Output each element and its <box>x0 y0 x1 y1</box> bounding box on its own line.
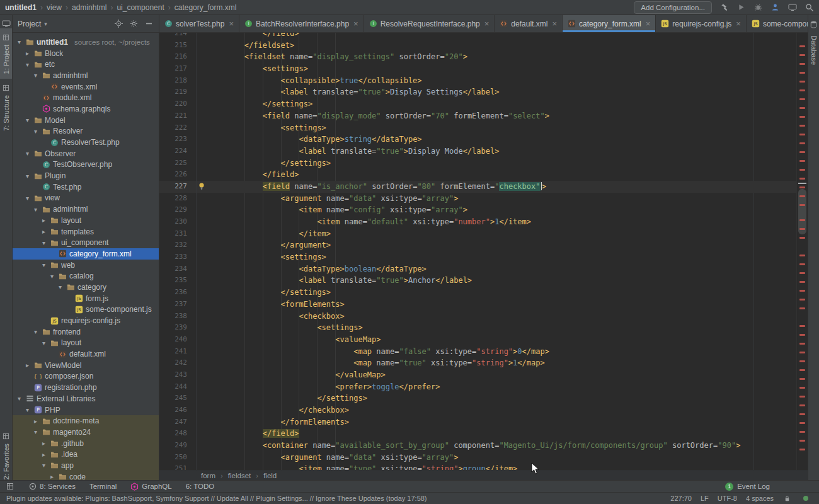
graphql-button[interactable]: GraphQL <box>130 483 171 491</box>
tree-row[interactable]: module.xml <box>13 92 159 103</box>
inspections-indicator-icon[interactable] <box>801 494 810 503</box>
tree-row[interactable]: ▾Plugin <box>13 170 159 181</box>
tool-window-button[interactable]: 7: Structure <box>0 79 12 136</box>
tree-row[interactable]: ▸doctrine-meta <box>13 415 159 427</box>
todo-button[interactable]: 6: TODO <box>186 483 215 490</box>
code-line[interactable]: <settings> <box>197 63 796 75</box>
tab-close-icon[interactable]: × <box>229 20 234 28</box>
title-path-item[interactable]: adminhtml <box>72 3 106 12</box>
statusbar-encoding[interactable]: UTF-8 <box>718 495 737 502</box>
editor-tab[interactable]: IBatchResolverInterface.php× <box>239 15 364 32</box>
tree-row[interactable]: ▾Resolver <box>13 126 159 137</box>
tree-expand-arrow[interactable]: ▾ <box>23 117 32 123</box>
readonly-lock-icon[interactable] <box>782 494 792 503</box>
code-line[interactable]: </valueMap> <box>197 369 796 381</box>
code-line[interactable]: <label translate="true">Display Mode</la… <box>197 146 796 158</box>
tree-row[interactable]: ▾untitled1sources root, ~/projects <box>13 37 159 48</box>
title-path-item[interactable]: ui_component <box>117 3 164 12</box>
tree-row[interactable]: schema.graphqls <box>13 103 159 115</box>
tree-row[interactable]: ▾adminhtml <box>13 203 159 215</box>
tree-expand-arrow[interactable]: ▸ <box>40 228 48 235</box>
tree-row[interactable]: ▾web <box>13 260 159 271</box>
tree-row[interactable]: ▾category <box>13 282 159 293</box>
statusbar-indent[interactable]: 4 spaces <box>746 495 774 502</box>
tree-expand-arrow[interactable]: ▾ <box>32 428 40 435</box>
tool-window-button[interactable]: Database <box>808 15 819 70</box>
tree-row[interactable]: ▾Model <box>13 115 159 126</box>
code-line[interactable]: <item name="default" xsi:type="number">1… <box>197 216 796 228</box>
tree-row[interactable]: JSform.js <box>13 293 159 304</box>
tree-row[interactable]: ▾ui_component <box>13 237 159 248</box>
code-line[interactable]: <checkbox> <box>197 311 796 323</box>
user-icon[interactable] <box>770 3 780 12</box>
tree-expand-arrow[interactable]: ▾ <box>15 395 23 402</box>
services-button[interactable]: 8: Services <box>28 483 76 491</box>
play-icon[interactable] <box>736 3 746 12</box>
bug-icon[interactable] <box>753 3 763 12</box>
editor-tab[interactable]: default.xml× <box>495 15 563 32</box>
gear-icon[interactable] <box>129 19 139 28</box>
tree-row[interactable]: ▸layout <box>13 215 159 226</box>
code-line[interactable]: <settings> <box>197 322 796 334</box>
code-line[interactable]: <item name="config" xsi:type="array"> <box>197 204 796 216</box>
tree-expand-arrow[interactable]: ▸ <box>32 418 40 425</box>
tree-row[interactable]: ▸Block <box>13 48 159 59</box>
breadcrumb-item[interactable]: form <box>201 472 215 479</box>
code-line[interactable]: <collapsible>true</collapsible> <box>197 75 796 87</box>
search-icon[interactable] <box>805 3 814 12</box>
tab-close-icon[interactable]: × <box>552 20 557 28</box>
title-path-item[interactable]: category_form.xml <box>175 3 237 12</box>
tree-row[interactable]: JSrequirejs-config.js <box>13 315 159 326</box>
tree-row[interactable]: ▾PPHP <box>13 404 159 416</box>
tree-row[interactable]: ▾Observer <box>13 148 159 159</box>
tool-window-button[interactable]: 1: Project <box>0 28 12 79</box>
chevron-down-icon[interactable]: ▾ <box>44 21 47 27</box>
tree-expand-arrow[interactable]: ▾ <box>23 150 32 157</box>
tree-expand-arrow[interactable]: ▾ <box>48 273 56 280</box>
code-line[interactable]: <valueMap> <box>197 334 796 346</box>
code-line[interactable]: <map name="true" xsi:type="string">1</ma… <box>197 357 796 369</box>
tree-row[interactable]: CResolverTest.php <box>13 137 159 148</box>
code-line[interactable]: <container name="available_sort_by_group… <box>197 440 796 452</box>
tree-expand-arrow[interactable]: ▾ <box>56 284 64 290</box>
editor-tab[interactable]: CsolverTest.php× <box>159 15 239 32</box>
tree-row[interactable]: default.xml <box>13 348 159 360</box>
tree-expand-arrow[interactable]: ▾ <box>15 38 23 45</box>
tree-expand-arrow[interactable]: ▾ <box>32 328 40 335</box>
code-line[interactable]: <prefer>toggle</prefer> <box>197 381 796 393</box>
tree-row[interactable]: events.xml <box>13 81 159 93</box>
code-line[interactable]: </field> <box>197 33 796 40</box>
intention-bulb-icon[interactable] <box>198 182 205 192</box>
monitor-icon[interactable] <box>788 3 797 12</box>
breadcrumb-item[interactable]: fieldset <box>228 472 251 479</box>
tree-row[interactable]: Pregistration.php <box>13 382 159 393</box>
tree-expand-arrow[interactable]: ▾ <box>32 206 40 213</box>
tree-expand-arrow[interactable]: ▸ <box>48 473 56 480</box>
tree-expand-arrow[interactable]: ▾ <box>40 340 48 346</box>
tree-expand-arrow[interactable]: ▾ <box>40 462 48 469</box>
tab-close-icon[interactable]: × <box>646 20 651 28</box>
tree-row[interactable]: ▸.idea <box>13 449 159 460</box>
tree-expand-arrow[interactable]: ▸ <box>40 217 48 224</box>
tree-expand-arrow[interactable]: ▾ <box>23 61 32 68</box>
event-log-button[interactable]: Event Log <box>737 483 770 490</box>
code-line[interactable]: <label translate="true">Anchor</label> <box>197 275 796 287</box>
tab-close-icon[interactable]: × <box>736 20 741 28</box>
tree-expand-arrow[interactable]: ▸ <box>23 362 32 369</box>
editor-tab[interactable]: JSrequirejs-config.js× <box>656 15 747 32</box>
tree-row[interactable]: { }composer.json <box>13 371 159 382</box>
tool-window-quick-access-icon[interactable] <box>1 19 11 28</box>
tree-expand-arrow[interactable]: ▾ <box>23 195 32 202</box>
tree-expand-arrow[interactable]: ▸ <box>23 50 32 57</box>
tab-close-icon[interactable]: × <box>353 20 358 28</box>
tree-expand-arrow[interactable]: ▾ <box>32 72 40 79</box>
project-panel-title[interactable]: Project <box>18 20 41 28</box>
code-line[interactable]: </formElements> <box>197 416 796 428</box>
tab-close-icon[interactable]: × <box>484 20 490 28</box>
tool-window-switcher-icon[interactable] <box>5 482 14 491</box>
tree-expand-arrow[interactable]: ▸ <box>40 451 48 458</box>
minus-icon[interactable] <box>144 19 154 28</box>
code-line[interactable]: <label translate="true">Display Settings… <box>197 86 796 98</box>
tree-expand-arrow[interactable]: ▾ <box>23 173 32 180</box>
code-line[interactable]: </field> <box>197 428 796 440</box>
